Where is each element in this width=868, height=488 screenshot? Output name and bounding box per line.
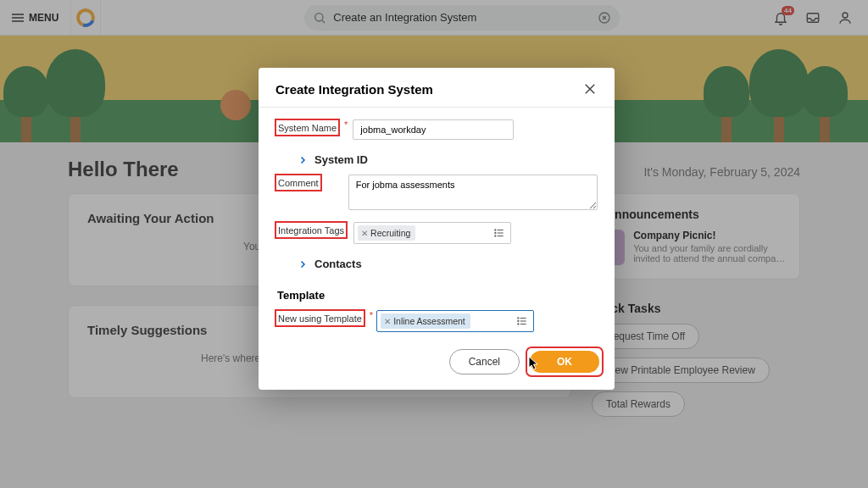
template-text: Inline Assessment	[393, 316, 465, 326]
chevron-right-icon	[298, 155, 308, 165]
svg-point-18	[518, 318, 519, 319]
svg-point-12	[495, 230, 496, 230]
required-marker: *	[370, 310, 373, 320]
modal-title: Create Integration System	[275, 82, 433, 97]
contacts-label: Contacts	[314, 258, 362, 270]
list-icon[interactable]	[493, 227, 505, 239]
new-using-template-label: New using Template	[275, 310, 364, 326]
template-section-title: Template	[277, 289, 598, 302]
svg-point-13	[495, 232, 496, 233]
create-integration-modal: Create Integration System System Name * …	[259, 68, 615, 390]
system-name-label: System Name	[275, 119, 339, 136]
system-id-label: System ID	[314, 153, 368, 166]
svg-point-19	[518, 320, 519, 321]
tag-pill[interactable]: ✕ Recruiting	[358, 225, 415, 241]
close-icon[interactable]	[582, 81, 598, 97]
template-pill[interactable]: ✕ Inline Assessment	[381, 313, 470, 329]
chevron-right-icon	[298, 259, 308, 269]
ok-button[interactable]: OK	[530, 351, 599, 373]
cancel-button[interactable]: Cancel	[449, 349, 520, 374]
svg-point-14	[495, 236, 496, 236]
required-marker: *	[344, 119, 348, 130]
comment-label: Comment	[275, 175, 321, 191]
comment-input[interactable]	[348, 175, 598, 210]
integration-tags-label: Integration Tags	[275, 222, 347, 238]
system-id-expander[interactable]: System ID	[275, 150, 598, 175]
svg-point-20	[518, 324, 519, 324]
remove-tag-icon[interactable]: ✕	[361, 229, 368, 238]
integration-tags-input[interactable]: ✕ Recruiting	[353, 222, 511, 244]
template-input[interactable]: ✕ Inline Assessment	[376, 310, 534, 332]
system-name-input[interactable]	[353, 119, 514, 140]
tag-text: Recruiting	[370, 228, 410, 238]
list-icon[interactable]	[516, 315, 528, 327]
contacts-expander[interactable]: Contacts	[275, 254, 598, 279]
remove-template-icon[interactable]: ✕	[384, 317, 391, 326]
